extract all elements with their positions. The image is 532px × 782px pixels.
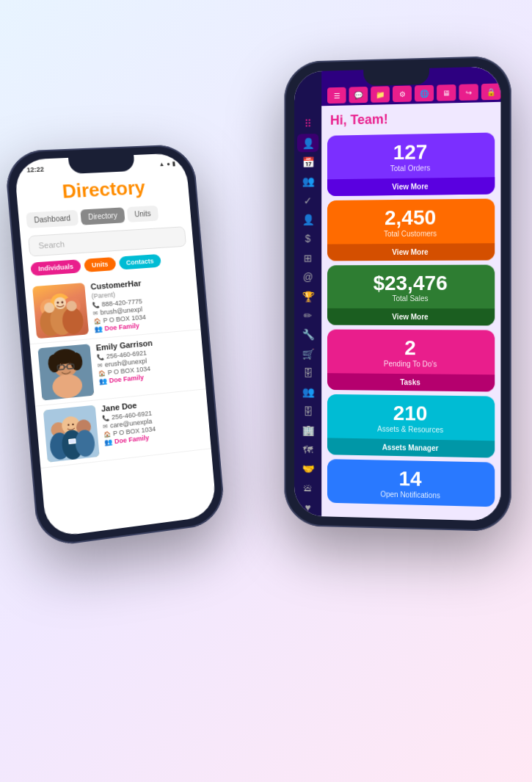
contact-photo-2: [37, 344, 94, 400]
svg-rect-30: [69, 439, 76, 444]
right-notch: [363, 68, 429, 86]
left-time: 12:22: [26, 165, 44, 173]
customers-view-more[interactable]: View More: [327, 243, 495, 261]
battery-icon: ▮: [172, 160, 175, 167]
signal-icon: ▲: [158, 161, 164, 167]
assets-number: 210: [393, 402, 428, 426]
left-screen-content: 12:22 ▲ ● ▮ Directory Dashboard Director…: [14, 153, 217, 538]
contact-info-2: Emily Garrison 📞 256-460-6921 ✉ erush@un…: [95, 335, 197, 386]
settings-icon[interactable]: ⚙: [393, 85, 412, 102]
family-icon-3: 👥: [104, 438, 113, 446]
card-total-sales[interactable]: $23,476 Total Sales View More: [327, 264, 495, 326]
left-phone-screen: 12:22 ▲ ● ▮ Directory Dashboard Director…: [14, 153, 217, 538]
logout-icon[interactable]: ↪: [459, 84, 478, 101]
right-phone-screen: ⠿ 👤 📅 👥 ✓ 👤 $ ⊞ @ 🏆 ✏ 🔧 🛒 🗄 👥 🗄 🏢 🗺 🤝 🛎 …: [294, 66, 500, 521]
customers-number: 2,450: [385, 206, 436, 229]
home-icon-3: 🏠: [103, 430, 112, 438]
assets-label: Assets & Resources: [377, 425, 443, 434]
card-assets[interactable]: 210 Assets & Resources Assets Manager: [327, 394, 495, 458]
sidebar-people-icon[interactable]: 👥: [297, 173, 318, 191]
right-sidebar: ⠿ 👤 📅 👥 ✓ 👤 $ ⊞ @ 🏆 ✏ 🔧 🛒 🗄 👥 🗄 🏢 🗺 🤝 🛎 …: [294, 71, 321, 517]
contact-photo-3: [43, 405, 100, 463]
sidebar-building-icon[interactable]: 🏢: [297, 421, 318, 440]
family-icon-2: 👥: [98, 377, 107, 385]
sales-number: $23,476: [374, 272, 448, 294]
sidebar-bell-icon[interactable]: 🛎: [297, 479, 318, 497]
customers-label: Total Customers: [384, 229, 437, 238]
email-icon-2: ✉: [97, 361, 103, 369]
orders-number: 127: [393, 141, 428, 164]
email-icon-1: ✉: [92, 309, 98, 316]
left-status-icons: ▲ ● ▮: [158, 160, 175, 167]
card-todos-main: 2 Pending To Do's: [327, 330, 495, 374]
sidebar-map-icon[interactable]: 🗺: [297, 441, 318, 459]
sidebar-edit-icon[interactable]: ✏: [297, 307, 318, 325]
card-total-orders[interactable]: 127 Total Orders View More: [327, 132, 495, 195]
lock-icon[interactable]: 🔒: [481, 83, 501, 100]
card-notifications[interactable]: 14 Open Notifications: [327, 459, 495, 507]
sidebar-database-icon[interactable]: 🗄: [297, 364, 318, 382]
card-customers-main: 2,450 Total Customers: [327, 198, 495, 244]
orders-label: Total Orders: [390, 164, 431, 173]
sales-label: Total Sales: [393, 294, 429, 303]
sidebar-grid-icon[interactable]: ⠿: [297, 115, 318, 133]
contact-list: CustomerHar (Parent) 📞 888-420-7775 ✉ br…: [24, 267, 217, 537]
card-notifications-main: 14 Open Notifications: [327, 459, 495, 507]
notifications-number: 14: [398, 468, 421, 491]
todos-label: Pending To Do's: [384, 360, 437, 369]
assets-manager[interactable]: Assets Manager: [327, 438, 495, 457]
sidebar-user-icon[interactable]: 👤: [297, 134, 318, 152]
sidebar-at-icon[interactable]: @: [297, 268, 318, 286]
home-icon-1: 🏠: [93, 317, 101, 325]
folder-icon[interactable]: 📁: [371, 86, 390, 103]
family-icon-1: 👥: [94, 325, 103, 333]
filter-units[interactable]: Units: [84, 257, 116, 272]
chat-icon[interactable]: 💬: [349, 87, 368, 104]
sidebar-cart-icon[interactable]: 🛒: [297, 345, 318, 363]
sidebar-dollar-icon[interactable]: $: [297, 230, 318, 247]
card-pending-todos[interactable]: 2 Pending To Do's Tasks: [327, 330, 495, 392]
email-icon-3: ✉: [103, 423, 109, 430]
dashboard-cards: 127 Total Orders View More 2,450 Total C…: [321, 129, 500, 521]
sidebar-calendar-icon[interactable]: 📅: [297, 153, 318, 172]
todos-number: 2: [404, 337, 416, 360]
sidebar-person-icon[interactable]: 👤: [297, 211, 318, 228]
contact-info-3: Jane Doe 📞 256-460-6921 ✉ care@unexpla 🏠…: [101, 394, 203, 447]
filter-contacts[interactable]: Contacts: [118, 254, 161, 270]
orders-view-more[interactable]: View More: [327, 177, 495, 196]
sidebar-grid2-icon[interactable]: ⊞: [297, 249, 318, 267]
monitor-icon[interactable]: 🖥: [437, 84, 456, 101]
sidebar-trophy-icon[interactable]: 🏆: [297, 287, 318, 305]
wifi-icon: ●: [167, 160, 170, 167]
card-orders-main: 127 Total Orders: [327, 132, 495, 179]
right-main-content: ☰ 💬 📁 ⚙ 🌐 🖥 ↪ 🔒 Hi, Team! 127 Total Orde…: [321, 66, 500, 521]
nav-units[interactable]: Units: [127, 206, 158, 222]
filter-individuals[interactable]: Individuals: [30, 259, 81, 276]
nav-directory[interactable]: Directory: [80, 207, 125, 225]
nav-dashboard[interactable]: Dashboard: [26, 210, 79, 228]
sidebar-team-icon[interactable]: 👥: [297, 383, 318, 401]
card-total-customers[interactable]: 2,450 Total Customers View More: [327, 198, 495, 261]
left-phone: 12:22 ▲ ● ▮ Directory Dashboard Director…: [4, 144, 226, 549]
menu-icon[interactable]: ☰: [327, 87, 346, 104]
todos-tasks[interactable]: Tasks: [327, 373, 495, 391]
contact-photo-1: [32, 283, 89, 338]
notifications-label: Open Notifications: [380, 490, 440, 499]
right-phone: ⠿ 👤 📅 👥 ✓ 👤 $ ⊞ @ 🏆 ✏ 🔧 🛒 🗄 👥 🗄 🏢 🗺 🤝 🛎 …: [284, 56, 511, 532]
sidebar-heart-icon[interactable]: ♥: [297, 498, 318, 516]
home-icon-2: 🏠: [98, 369, 106, 377]
sidebar-handshake-icon[interactable]: 🤝: [297, 460, 318, 478]
greeting-text: Hi, Team!: [321, 102, 500, 133]
card-assets-main: 210 Assets & Resources: [327, 394, 495, 441]
phone-icon-3: 📞: [102, 414, 110, 421]
sidebar-tool-icon[interactable]: 🔧: [297, 326, 318, 344]
sidebar-storage-icon[interactable]: 🗄: [297, 402, 318, 421]
contact-info-1: CustomerHar (Parent) 📞 888-420-7775 ✉ br…: [90, 275, 193, 334]
card-sales-main: $23,476 Total Sales: [327, 264, 495, 308]
sidebar-check-icon[interactable]: ✓: [297, 192, 318, 209]
phone-icon-1: 📞: [92, 301, 100, 308]
phone-icon-2: 📞: [97, 353, 105, 361]
globe-icon[interactable]: 🌐: [415, 85, 434, 102]
sales-view-more[interactable]: View More: [327, 308, 495, 326]
